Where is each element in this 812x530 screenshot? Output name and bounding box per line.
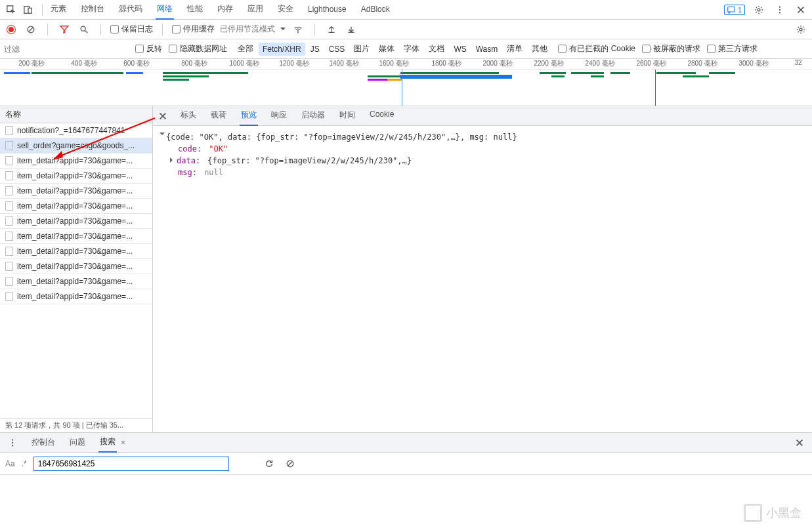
close-icon[interactable]: × <box>121 438 125 447</box>
chevron-down-icon[interactable] <box>280 28 286 33</box>
request-row[interactable]: item_detail?appid=730&game=... <box>0 289 152 304</box>
request-row[interactable]: notification?_=1647677447841 <box>0 123 152 138</box>
clear-icon[interactable] <box>283 457 297 471</box>
filter-type[interactable]: 全部 <box>234 41 257 56</box>
detail-tab[interactable]: 时间 <box>338 106 356 126</box>
gear-icon[interactable] <box>752 3 766 17</box>
svg-point-11 <box>800 28 802 31</box>
request-row[interactable]: item_detail?appid=730&game=... <box>0 184 152 199</box>
svg-rect-2 <box>28 8 32 13</box>
clear-icon[interactable] <box>24 22 38 37</box>
request-row[interactable]: sell_order?game=csgo&goods_... <box>0 138 152 153</box>
filter-input[interactable] <box>4 43 129 56</box>
tab-性能[interactable]: 性能 <box>186 0 204 20</box>
filter-icon[interactable] <box>57 22 72 37</box>
request-name: item_detail?appid=730&game=... <box>17 156 133 165</box>
invert-checkbox[interactable]: 反转 <box>135 43 162 54</box>
search-input[interactable] <box>33 457 229 471</box>
wifi-icon[interactable] <box>291 22 305 37</box>
inspect-icon[interactable] <box>4 3 18 17</box>
close-icon[interactable] <box>794 3 808 17</box>
filter-type[interactable]: 清单 <box>503 41 526 56</box>
blocked-cookies-checkbox[interactable]: 有已拦截的 Cookie <box>558 43 635 54</box>
request-name: item_detail?appid=730&game=... <box>17 277 133 286</box>
upload-icon[interactable] <box>324 22 339 37</box>
time-tick: 1400 毫秒 <box>329 59 358 68</box>
drawer-tab[interactable]: 问题 <box>68 433 87 452</box>
filter-type[interactable]: Wasm <box>472 43 502 56</box>
request-row[interactable]: item_detail?appid=730&game=... <box>0 244 152 259</box>
document-icon <box>5 277 13 286</box>
svg-point-10 <box>297 31 299 33</box>
drawer-tab[interactable]: 控制台 <box>30 433 56 452</box>
tab-安全[interactable]: 安全 <box>276 0 295 20</box>
drawer-tab[interactable]: 搜索 <box>98 432 117 453</box>
filter-type[interactable]: 字体 <box>400 41 423 56</box>
request-row[interactable]: item_detail?appid=730&game=... <box>0 229 152 244</box>
svg-point-9 <box>81 26 85 31</box>
search-icon[interactable] <box>77 22 91 37</box>
detail-tab[interactable]: 载荷 <box>209 106 228 126</box>
messages-badge[interactable]: 1 <box>724 5 745 15</box>
time-tick: 1800 毫秒 <box>431 59 461 68</box>
request-row[interactable]: item_detail?appid=730&game=... <box>0 259 152 274</box>
tab-adblock[interactable]: AdBlock <box>360 1 391 19</box>
hide-data-urls-checkbox[interactable]: 隐藏数据网址 <box>169 43 227 54</box>
refresh-icon[interactable] <box>262 457 276 471</box>
request-row[interactable]: item_detail?appid=730&game=... <box>0 214 152 229</box>
svg-point-4 <box>758 9 760 11</box>
match-case-toggle[interactable]: Aa <box>5 459 15 468</box>
filter-type[interactable]: WS <box>450 43 470 56</box>
devtools-top-tabs: 元素控制台源代码网络性能内存应用安全LighthouseAdBlock 1 <box>0 0 812 20</box>
tab-内存[interactable]: 内存 <box>216 0 234 20</box>
filter-type[interactable]: 图片 <box>350 41 374 56</box>
detail-tab[interactable]: 响应 <box>270 106 288 126</box>
throttling-select[interactable]: 已停用节流模式 <box>220 24 275 35</box>
detail-tab[interactable]: Cookie <box>368 106 395 126</box>
time-tick: 2600 毫秒 <box>636 59 666 68</box>
gear-icon[interactable] <box>794 22 808 37</box>
request-name: notification?_=1647677447841 <box>17 126 125 135</box>
filter-type[interactable]: CSS <box>325 43 349 56</box>
third-party-checkbox[interactable]: 第三方请求 <box>707 43 758 54</box>
svg-point-14 <box>12 439 13 440</box>
request-detail: 标头载荷预览响应启动器时间Cookie {code: "OK", data: {… <box>153 106 812 432</box>
tab-网络[interactable]: 网络 <box>156 0 174 20</box>
request-row[interactable]: item_detail?appid=730&game=... <box>0 199 152 214</box>
close-detail-icon[interactable] <box>158 109 167 123</box>
watermark: 小黑盒 <box>744 504 801 522</box>
close-drawer-icon[interactable] <box>792 436 807 450</box>
more-icon[interactable] <box>5 436 20 450</box>
request-list-header[interactable]: 名称 <box>0 106 152 123</box>
waterfall-overview[interactable]: 200 毫秒400 毫秒600 毫秒800 毫秒1000 毫秒1200 毫秒14… <box>0 59 812 106</box>
device-toolbar-icon[interactable] <box>21 3 35 17</box>
detail-tab[interactable]: 标头 <box>179 106 198 126</box>
tab-应用[interactable]: 应用 <box>246 0 265 20</box>
time-tick: 2000 毫秒 <box>482 59 512 68</box>
disable-cache-checkbox[interactable]: 停用缓存 <box>172 24 215 35</box>
detail-tab[interactable]: 预览 <box>240 106 258 126</box>
more-icon[interactable] <box>773 3 787 17</box>
tab-元素[interactable]: 元素 <box>49 0 68 20</box>
request-row[interactable]: item_detail?appid=730&game=... <box>0 274 152 289</box>
record-button[interactable] <box>4 22 18 37</box>
request-row[interactable]: item_detail?appid=730&game=... <box>0 169 152 184</box>
svg-point-7 <box>779 12 780 13</box>
blocked-requests-checkbox[interactable]: 被屏蔽的请求 <box>642 43 700 54</box>
tab-源代码[interactable]: 源代码 <box>118 0 144 20</box>
filter-type[interactable]: 其他 <box>528 41 551 56</box>
filter-type[interactable]: 媒体 <box>375 41 398 56</box>
filter-type[interactable]: 文档 <box>425 41 448 56</box>
filter-type[interactable]: Fetch/XHR <box>259 43 305 56</box>
tab-lighthouse[interactable]: Lighthouse <box>307 1 348 19</box>
download-icon[interactable] <box>344 22 358 37</box>
preserve-log-checkbox[interactable]: 保留日志 <box>110 24 153 35</box>
detail-tab[interactable]: 启动器 <box>300 106 326 126</box>
regex-toggle[interactable]: .* <box>22 459 27 468</box>
chevron-down-icon[interactable] <box>160 132 165 138</box>
request-row[interactable]: item_detail?appid=730&game=... <box>0 153 152 169</box>
tab-控制台[interactable]: 控制台 <box>79 0 106 20</box>
response-preview[interactable]: {code: "OK", data: {fop_str: "?fop=image… <box>153 126 812 184</box>
filter-type[interactable]: JS <box>307 43 324 56</box>
chevron-right-icon[interactable] <box>170 157 175 163</box>
